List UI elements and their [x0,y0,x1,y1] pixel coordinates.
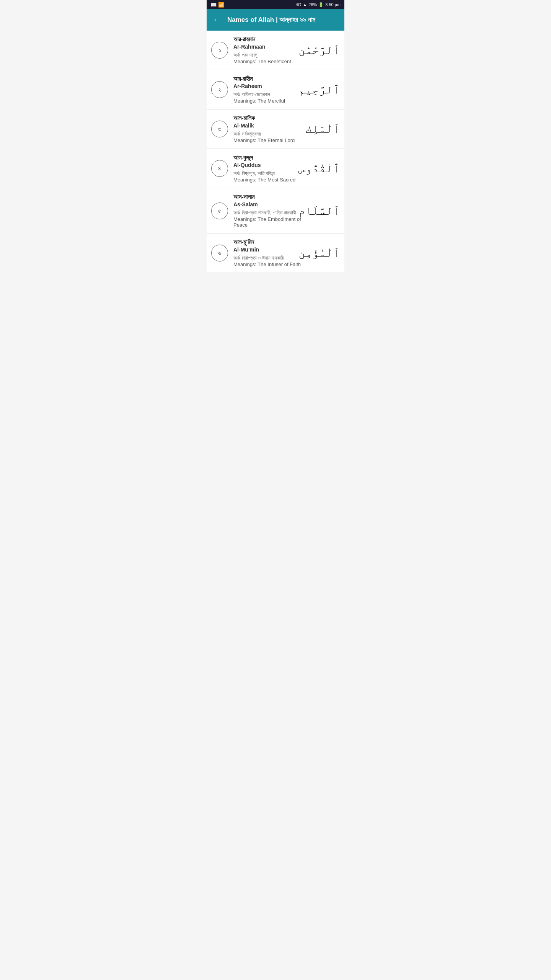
item-en-meaning: Meanings: The Most Sacred [233,177,306,183]
wifi-icon: 📶 [218,2,224,8]
item-bn-meaning: অর্থঃ অতিশয়-মেহেরবান [233,91,306,98]
item-bn-meaning: অর্থঃ পরম দয়ালু [233,52,306,58]
time-display: 3:50 pm [325,2,341,7]
arabic-calligraphy: ٱلْمَلِك [309,118,340,140]
item-en-meaning: Meanings: The Merciful [233,98,306,104]
item-en-meaning: Meanings: The Beneficent [233,59,306,64]
arabic-calligraphy: ٱلْمُؤْمِن [309,242,340,265]
item-en-name: Al-Malik [233,122,306,129]
list-item[interactable]: ১ আর-রাহমান Ar-Rahmaan অর্থঃ পরম দয়ালু … [207,31,344,70]
arabic-calligraphy: ٱلرَّحِيم [309,78,340,101]
arabic-calligraphy: ٱلرَّحْمَٰن [309,39,340,62]
item-en-meaning: Meanings: The Embodiment of Peace [233,216,306,228]
signal-type: 4G [296,2,302,7]
item-en-name: Ar-Raheem [233,83,306,89]
item-text: আল-মালিক Al-Malik অর্থঃ সর্বকর্তৃত্বময় … [233,115,306,143]
item-text: আল-মু'মিন Al-Mu'min অর্থঃ নিরাপত্তা ও ঈম… [233,239,306,267]
number-circle: ১ [211,42,228,59]
names-list: ১ আর-রাহমান Ar-Rahmaan অর্থঃ পরম দয়ালু … [207,31,344,273]
app-header: ← Names of Allah | আল্লাহর ৯৯ নাম [207,9,344,31]
book-icon: 📖 [210,2,217,8]
battery-icon: 🔋 [318,2,324,7]
status-info-right: 4G ▲ 26% 🔋 3:50 pm [296,2,341,7]
list-item[interactable]: ৩ আল-মালিক Al-Malik অর্থঃ সর্বকর্তৃত্বময… [207,109,344,149]
item-en-name: Ar-Rahmaan [233,44,306,50]
item-text: আর-রাহমান Ar-Rahmaan অর্থঃ পরম দয়ালু Me… [233,36,306,64]
item-en-meaning: Meanings: The Eternal Lord [233,137,306,143]
list-item[interactable]: ৬ আল-মু'মিন Al-Mu'min অর্থঃ নিরাপত্তা ও … [207,234,344,273]
arabic-calligraphy: ٱلْقُدُّوس [309,157,340,180]
item-bn-name: আল-মালিক [233,115,306,122]
item-bn-name: আল-মু'মিন [233,239,306,246]
item-en-meaning: Meanings: The Infuser of Faith [233,261,306,267]
item-bn-meaning: অর্থঃ নিরাপত্তা ও ঈমান দানকারী [233,255,306,261]
item-text: আল-কুদ্দুস Al-Quddus অর্থঃ নিষ্কলুষ, অতি… [233,154,306,183]
item-text: আস-সালাম As-Salam অর্থঃ নিরাপত্তা-দানকার… [233,194,306,228]
item-bn-meaning: অর্থঃ সর্বকর্তৃত্বময় [233,131,306,137]
number-circle: ৬ [211,245,228,261]
item-en-name: Al-Quddus [233,162,306,168]
back-button[interactable]: ← [213,15,221,25]
item-text: আর-রাহীম Ar-Raheem অর্থঃ অতিশয়-মেহেরবান… [233,75,306,104]
number-circle: ২ [211,81,228,98]
number-circle: ৩ [211,121,228,137]
arabic-calligraphy: ٱلسَّلَام [309,199,340,222]
item-bn-name: আর-রাহীম [233,75,306,82]
list-item[interactable]: ৪ আল-কুদ্দুস Al-Quddus অর্থঃ নিষ্কলুষ, অ… [207,149,344,188]
list-item[interactable]: ২ আর-রাহীম Ar-Raheem অর্থঃ অতিশয়-মেহেরব… [207,70,344,109]
list-item[interactable]: ৫ আস-সালাম As-Salam অর্থঃ নিরাপত্তা-দানক… [207,188,344,234]
item-en-name: Al-Mu'min [233,247,306,253]
signal-icon: ▲ [303,2,307,7]
item-bn-name: আস-সালাম [233,194,306,201]
item-bn-meaning: অর্থঃ নিরাপত্তা-দানকারী, শান্তি-দানকারী [233,210,306,216]
number-circle: ৫ [211,203,228,219]
number-circle: ৪ [211,160,228,177]
status-bar: 📖 📶 4G ▲ 26% 🔋 3:50 pm [207,0,344,9]
header-title: Names of Allah | আল্লাহর ৯৯ নাম [227,16,315,24]
battery-level: 26% [308,2,317,7]
item-bn-name: আর-রাহমান [233,36,306,43]
item-bn-meaning: অর্থঃ নিষ্কলুষ, অতি পবিত্র [233,170,306,176]
item-en-name: As-Salam [233,201,306,207]
item-bn-name: আল-কুদ্দুস [233,154,306,161]
status-icons-left: 📖 📶 [210,2,224,8]
